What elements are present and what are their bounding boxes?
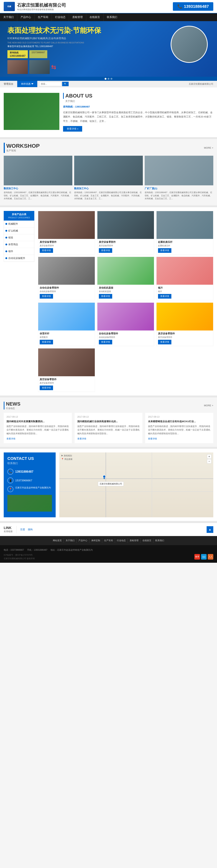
hero-subtitle: 针对来料处理|机械配件|煤矿机械|模具|五金件|体育用品	[7, 37, 165, 40]
subnav-item-sample[interactable]: 单样优惠 ❤	[17, 81, 37, 87]
nav-item-products[interactable]: 产品中心	[17, 13, 34, 21]
footer-nav: 网站首页 关于我们 产品中心 来样定制 生产车间 行业动态 质检管理 在线留言 …	[0, 536, 217, 545]
product-detail-btn-9[interactable]: 查看详情	[40, 385, 53, 390]
news-text-0: 据悉产业转移的推进，国内铸件整理行业快速提升，而国内铸造业不断向更高技术、更精尖…	[6, 425, 69, 435]
sidebar-cat-4[interactable]: 体育用品	[4, 241, 34, 248]
about-title-bar	[63, 93, 64, 99]
sidebar-cat-6[interactable]: 自动化设备配件	[4, 255, 34, 261]
product-card-8: 真空设备零部件 真空设备零部件 查看详情	[156, 303, 213, 346]
footer-nav-item-4[interactable]: 生产车间	[102, 538, 115, 543]
phone2-icon: 📱	[7, 477, 13, 484]
main-nav: 关于我们 产品中心 生产车间 行业动态 质检管理 在线留言 联系我们	[0, 13, 217, 21]
hero-product-img-1	[7, 60, 28, 74]
friends-section: LINK 友情链接 百度 搜狗 ▲	[0, 523, 217, 536]
back-to-top-btn[interactable]: ▲	[207, 526, 213, 533]
nav-item-about[interactable]: 关于我们	[0, 13, 17, 21]
footer-phone: 电话：15373966667	[4, 549, 24, 551]
news-card-2: 2017-09-13 未来精密铸造业合成行业有向低MCKU行业... 据悉产业转…	[145, 413, 213, 443]
news-more-1[interactable]: 查看详情	[78, 437, 140, 440]
footer-nav-item-7[interactable]: 在线留言	[141, 538, 153, 543]
footer-nav-item-8[interactable]: 联系我们	[153, 538, 166, 543]
company-tagline: 专业从事表面处理环保设备研发直销检验	[17, 8, 66, 11]
about-text: 石家庄恒重机械有限公司一家专门从事新型环保型金属表面处理工艺的企业，中小型抛光整…	[63, 110, 213, 123]
footer-nav-item-1[interactable]: 关于我们	[64, 538, 76, 543]
product-name-0: 真空设备零部件	[40, 240, 93, 244]
workshop-img-3	[145, 156, 213, 185]
news-more-btn[interactable]: MORE +	[204, 404, 213, 407]
logo-icon: 机械	[4, 2, 15, 11]
social-icon-renren[interactable]: 人人	[208, 554, 213, 560]
social-icon-weibo[interactable]: 微博	[194, 554, 200, 560]
workshop-title-cn: 生产车间	[6, 149, 40, 152]
dot-3[interactable]	[111, 78, 113, 80]
product-cat-5: 锯片	[158, 290, 212, 293]
footer-nav-item-2[interactable]: 产品中心	[76, 538, 89, 543]
product-detail-btn-7[interactable]: 查看详情	[99, 340, 112, 344]
product-card-4: 发动机机盖套 发动机机盖套 查看详情	[97, 257, 154, 300]
nav-item-message[interactable]: 在线留言	[86, 13, 103, 21]
footer-nav-item-3[interactable]: 来样定制	[89, 538, 102, 543]
product-detail-btn-3[interactable]: 查看详情	[40, 294, 53, 299]
nav-item-contact[interactable]: 联系我们	[103, 13, 121, 21]
footer-nav-item-6[interactable]: 质检管理	[128, 538, 141, 543]
product-detail-btn-4[interactable]: 查看详情	[99, 294, 112, 299]
subnav-item-admin[interactable]: 管理后台	[0, 81, 17, 87]
product-card-3: 自动化设备零部件 自动化设备零部件 查看详情	[38, 257, 95, 300]
product-cat-3: 自动化设备零部件	[40, 290, 93, 293]
search-input[interactable]	[39, 82, 61, 86]
workshop-more-btn[interactable]: MORE +	[204, 147, 213, 149]
news-more-0[interactable]: 查看详情	[6, 437, 69, 440]
footer-nav-item-5[interactable]: 行业动态	[115, 538, 128, 543]
about-more-link[interactable]: 查看详情 »	[63, 126, 82, 132]
banner-dots	[0, 77, 217, 81]
sidebar-cat-5[interactable]: 锻件	[4, 248, 34, 255]
friends-link-0[interactable]: 百度	[20, 528, 25, 531]
address-icon: 📍	[7, 486, 13, 492]
nav-item-quality[interactable]: 质检管理	[69, 13, 86, 21]
product-detail-btn-2[interactable]: 查看详情	[158, 248, 172, 253]
product-detail-btn-5[interactable]: 查看详情	[158, 294, 172, 299]
sidebar-cat-1[interactable]: 机械配件	[4, 221, 34, 227]
products-grid: 真空设备零部件 真空设备零部件 查看详情 真空设备零部件 真空设备零部件 查看详…	[38, 211, 213, 392]
news-more-2[interactable]: 查看详情	[148, 437, 211, 440]
product-detail-btn-6[interactable]: 查看详情	[40, 340, 53, 344]
contact-left-panel: CONTACT US 联系我们 📞 13931886487 📱 15373966…	[4, 453, 56, 517]
sidebar-category-list: 机械配件 矿山机械 锻造 体育用品 锻件 自动化设备配件	[4, 221, 34, 262]
news-date-1: 2017-09-13	[78, 415, 140, 418]
divider-1	[0, 137, 217, 139]
footer-social: 微博 QQ 人人	[194, 554, 213, 560]
dot-2[interactable]	[107, 78, 110, 80]
sidebar-cat-2[interactable]: 矿山机械	[4, 227, 34, 234]
product-detail-btn-8[interactable]: 查看详情	[158, 340, 172, 344]
contact-map-area: 石家庄恒重机械有限公司 + − ▶ 路线规划 📍 周边搜索	[59, 453, 213, 517]
phone-icon: 📞	[177, 4, 182, 9]
product-detail-btn-1[interactable]: 查看详情	[99, 248, 112, 253]
search-button[interactable]: 🔍	[62, 82, 69, 86]
product-detail-btn-0[interactable]: 查看详情	[40, 248, 53, 253]
footer-nav-item-0[interactable]: 网站首页	[51, 538, 64, 543]
header-phone[interactable]: 📞 13931886487	[173, 2, 213, 11]
contact-title-cn: 联系我们	[7, 462, 52, 465]
about-section: ABOUT US 关于我们 咨询热线：13931886487 石家庄恒重机械有限…	[0, 87, 217, 137]
workshop-caption-text-2: 咨询热线：13931886487，石家庄恒重机械有限公司主要从事石材机械、石切机…	[74, 191, 143, 200]
product-cat-6: 体育配件	[40, 336, 93, 339]
nav-item-workshop[interactable]: 生产车间	[34, 13, 52, 21]
sidebar-cat-3[interactable]: 锻造	[4, 234, 34, 241]
news-title-1: 国内精造机械行业保持高速增长化的...	[78, 420, 140, 423]
workshop-caption-title-3: 厂矿厂股(1)	[145, 187, 213, 190]
workshop-item-2: 数控加工中心 咨询热线：13931886487，石家庄恒重机械有限公司主要从事石…	[74, 156, 143, 202]
nav-item-news[interactable]: 行业动态	[52, 13, 69, 21]
phone-number: 13931886487	[184, 4, 209, 9]
footer: 电话：15373966667 手机：13931886487 地址：石家庄市赵县赵…	[0, 545, 217, 563]
friends-links: 百度 搜狗	[20, 528, 33, 531]
product-card-2: 起重机液压杆 起重机液压杆 查看详情	[156, 211, 213, 254]
hero-product-img-2	[29, 60, 50, 74]
social-icon-qq[interactable]: QQ	[201, 554, 207, 560]
workshop-caption-title-1: 数控加工中心	[4, 187, 72, 190]
workshop-item-3: 厂矿厂股(1) 咨询热线：13931886487，石家庄恒重机械有限公司主要从事…	[145, 156, 213, 202]
contact-phone2-item: 📱 15373966667	[7, 477, 52, 484]
friends-link-1[interactable]: 搜狗	[28, 528, 33, 531]
news-card-1: 2017-09-13 国内精造机械行业保持高速增长化的... 据悉产业转移的推进…	[74, 413, 143, 443]
product-cat-7: 自动化设备零部件	[99, 336, 152, 339]
dot-1[interactable]	[104, 78, 106, 80]
